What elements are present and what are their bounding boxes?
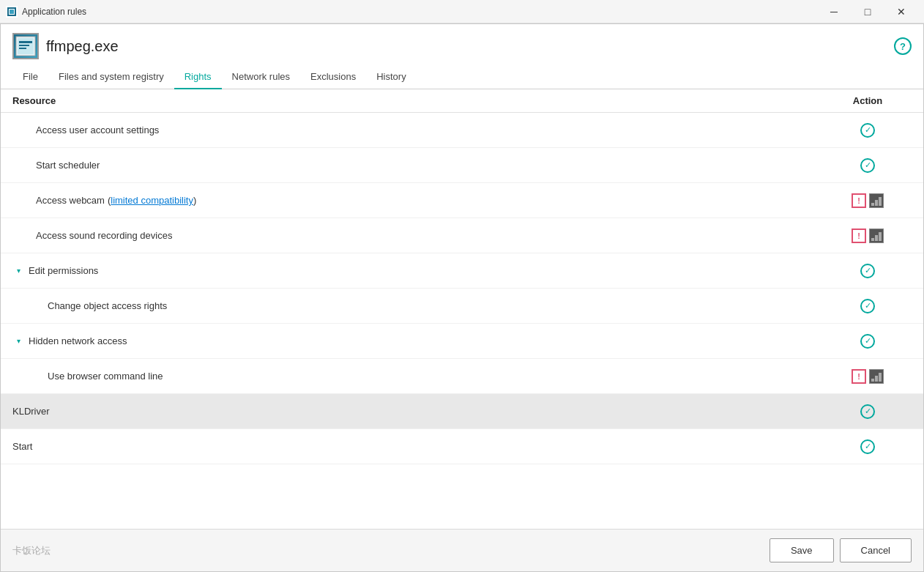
check-icon: ✓ [860, 299, 875, 313]
table-row-group[interactable]: ▾ Hidden network access ✓ [1, 324, 923, 359]
action-cell: ✓ [824, 123, 912, 138]
title-bar-controls: ─ □ ✕ [817, 0, 918, 23]
chevron-down-icon: ▾ [12, 265, 24, 277]
check-icon: ✓ [860, 439, 875, 454]
warn-icon: ! [852, 369, 866, 384]
warn-icon: ! [852, 229, 866, 243]
table-body: Access user account settings ✓ Start sch… [1, 113, 923, 529]
check-icon: ✓ [860, 264, 875, 278]
action-cell: ✓ [824, 299, 912, 313]
table-row[interactable]: Access sound recording devices ! [1, 218, 923, 253]
header-action: Action [824, 95, 912, 106]
svg-rect-6 [19, 45, 29, 46]
table-row[interactable]: Start ✓ [1, 429, 923, 464]
action-cell: ! [824, 229, 912, 243]
warn-icon: ! [852, 193, 866, 208]
resource-label: Access webcam (limited compatibility) [12, 195, 824, 206]
title-bar-text: Application rules [22, 7, 817, 17]
resource-label: Start scheduler [12, 160, 824, 171]
action-cell: ! [824, 193, 912, 208]
limited-compatibility-link[interactable]: limited compatibility [111, 195, 193, 206]
table-row-group[interactable]: ▾ Edit permissions ✓ [1, 253, 923, 289]
action-cell: ✓ [824, 158, 912, 173]
table-row[interactable]: Change object access rights ✓ [1, 289, 923, 324]
chevron-down-icon: ▾ [12, 335, 24, 347]
resource-label: Access user account settings [12, 125, 824, 135]
bar-chart-icon [869, 369, 884, 384]
resource-label: KLDriver [12, 406, 824, 417]
app-small-icon [6, 6, 18, 18]
tab-network-rules[interactable]: Network rules [222, 65, 300, 89]
resource-label: Access sound recording devices [12, 230, 824, 241]
table-header: Resource Action [1, 89, 923, 113]
check-icon: ✓ [860, 123, 875, 138]
resource-label: Use browser command line [12, 371, 824, 382]
help-button[interactable]: ? [894, 37, 912, 55]
app-icon [12, 33, 39, 59]
action-cell: ✓ [824, 334, 912, 349]
check-icon: ✓ [860, 404, 875, 419]
tab-rights[interactable]: Rights [174, 65, 222, 89]
check-icon: ✓ [860, 158, 875, 173]
action-cell: ✓ [824, 264, 912, 278]
tab-history[interactable]: History [366, 65, 416, 89]
app-header: ffmpeg.exe ? [1, 24, 923, 65]
action-cell: ! [824, 369, 912, 384]
footer: 卡饭论坛 Save Cancel [1, 529, 923, 571]
table-row[interactable]: Access user account settings ✓ [1, 113, 923, 148]
tab-file[interactable]: File [12, 65, 48, 89]
group-label: ▾ Edit permissions [12, 265, 824, 277]
save-button[interactable]: Save [770, 538, 834, 562]
svg-rect-5 [19, 41, 32, 43]
app-title: ffmpeg.exe [46, 38, 894, 55]
resource-label: Start [12, 441, 824, 452]
header-resource: Resource [12, 95, 824, 106]
table-row[interactable]: Start scheduler ✓ [1, 148, 923, 183]
check-icon: ✓ [860, 334, 875, 349]
watermark: 卡饭论坛 [12, 544, 51, 557]
tab-files-and-system-registry[interactable]: Files and system registry [48, 65, 174, 89]
svg-rect-7 [19, 48, 26, 49]
table-row[interactable]: Use browser command line ! [1, 359, 923, 394]
footer-buttons: Save Cancel [770, 538, 912, 562]
table-row[interactable]: KLDriver ✓ [1, 394, 923, 429]
table-row[interactable]: Access webcam (limited compatibility) ! [1, 183, 923, 218]
bar-chart-icon [869, 193, 884, 208]
tab-exclusions[interactable]: Exclusions [300, 65, 366, 89]
close-button[interactable]: ✕ [884, 0, 918, 23]
action-cell: ✓ [824, 404, 912, 419]
cancel-button[interactable]: Cancel [840, 538, 912, 562]
resource-label: Change object access rights [12, 300, 824, 311]
action-cell: ✓ [824, 439, 912, 454]
group-label: ▾ Hidden network access [12, 335, 824, 347]
main-window: ffmpeg.exe ? File Files and system regis… [0, 23, 924, 572]
title-bar: Application rules ─ □ ✕ [0, 0, 924, 23]
tabs-container: File Files and system registry Rights Ne… [1, 65, 923, 89]
svg-rect-2 [10, 10, 14, 14]
maximize-button[interactable]: □ [851, 0, 884, 23]
bar-chart-icon [869, 229, 884, 243]
minimize-button[interactable]: ─ [817, 0, 851, 23]
